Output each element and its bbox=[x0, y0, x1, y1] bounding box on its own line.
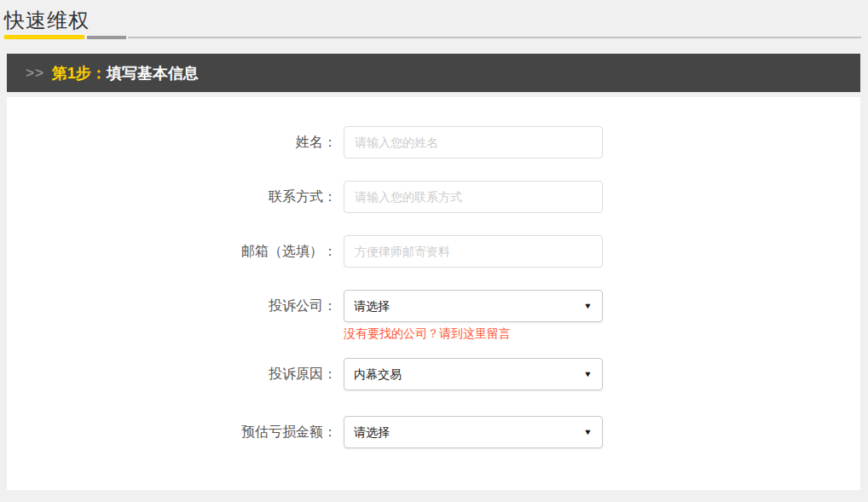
reason-select-wrap: 内幕交易 ▼ bbox=[344, 358, 603, 390]
title-underline bbox=[4, 35, 861, 39]
step-number: 第1步： bbox=[52, 63, 107, 84]
name-row: 姓名： bbox=[7, 126, 860, 159]
company-helper-link[interactable]: 没有要找的公司？请到这里留言 bbox=[344, 326, 603, 341]
loss-amount-row: 预估亏损金额： 请选择 ▼ bbox=[7, 416, 860, 448]
reason-label: 投诉原因： bbox=[7, 358, 337, 390]
reason-select[interactable]: 内幕交易 bbox=[344, 358, 603, 390]
loss-amount-label: 预估亏损金额： bbox=[7, 416, 337, 448]
company-label: 投诉公司： bbox=[7, 290, 337, 341]
contact-row: 联系方式： bbox=[7, 181, 860, 213]
step-bar: >> 第1步： 填写基本信息 bbox=[7, 54, 860, 92]
email-input[interactable] bbox=[344, 235, 603, 268]
loss-amount-select[interactable]: 请选择 bbox=[344, 416, 603, 448]
company-row: 投诉公司： 请选择 ▼ 没有要找的公司？请到这里留言 bbox=[7, 290, 860, 341]
page-header: 快速维权 bbox=[0, 0, 868, 39]
form-panel: 姓名： 联系方式： 邮箱（选填）： 投诉公司： 请选择 ▼ 没有要找的公司？请到… bbox=[7, 97, 860, 490]
underline-gray-segment bbox=[87, 36, 126, 39]
reason-row: 投诉原因： 内幕交易 ▼ bbox=[7, 358, 860, 390]
underline-yellow-segment bbox=[4, 35, 84, 39]
contact-input[interactable] bbox=[344, 181, 603, 213]
company-select[interactable]: 请选择 bbox=[344, 290, 603, 322]
name-input[interactable] bbox=[344, 126, 603, 159]
email-row: 邮箱（选填）： bbox=[7, 235, 860, 268]
step-title: 填写基本信息 bbox=[107, 63, 199, 84]
loss-amount-select-wrap: 请选择 ▼ bbox=[344, 416, 603, 448]
company-select-wrap: 请选择 ▼ bbox=[344, 290, 603, 322]
page-title: 快速维权 bbox=[4, 8, 861, 32]
name-label: 姓名： bbox=[7, 126, 337, 159]
double-chevron-icon: >> bbox=[26, 65, 44, 82]
email-label: 邮箱（选填）： bbox=[7, 235, 337, 268]
contact-label: 联系方式： bbox=[7, 181, 337, 213]
underline-thin-rule bbox=[128, 37, 861, 38]
